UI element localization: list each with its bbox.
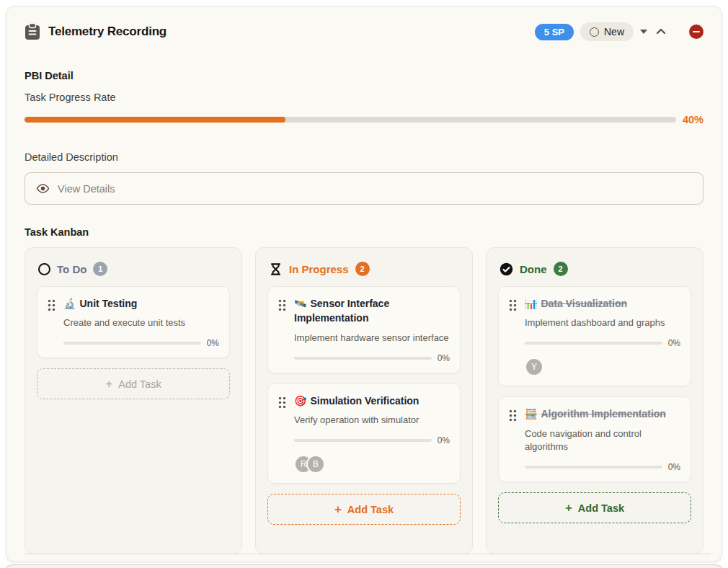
- next-pbi-card-edge: [4, 564, 724, 568]
- task-title: 🧮Algorithm Implementation: [525, 407, 680, 421]
- kanban-column-done: Done 2 📊Data Visualization Implement das…: [486, 247, 703, 554]
- task-progress-value: 0%: [668, 338, 680, 348]
- add-task-button-done[interactable]: + Add Task: [498, 492, 691, 523]
- task-progress-bar: [294, 357, 432, 360]
- view-details-label: View Details: [58, 183, 115, 195]
- task-card-simulation-verification[interactable]: 🎯Simulation Verification Verify operatio…: [267, 383, 461, 484]
- task-emoji: 🔬: [63, 298, 76, 309]
- add-task-button-todo[interactable]: + Add Task: [37, 368, 230, 399]
- task-title: 📊Data Visualization: [525, 296, 680, 311]
- task-progress-bar: [294, 439, 432, 442]
- kanban-column-todo: To Do 1 🔬Unit Testing Create and execute…: [25, 247, 242, 554]
- assignee-avatars: Y: [525, 358, 680, 376]
- pbi-header: Telemetry Recording 5 SP New: [25, 22, 703, 41]
- task-card-sensor-interface[interactable]: 🛰️Sensor Interface Implementation Implem…: [267, 286, 461, 373]
- task-progress-bar: [63, 342, 201, 345]
- kanban-section: Task Kanban To Do 1 🔬Unit Testing: [25, 226, 703, 554]
- add-task-label: Add Task: [347, 504, 394, 515]
- add-task-label: Add Task: [118, 378, 161, 390]
- circle-outline-icon: [38, 263, 50, 275]
- task-card-algorithm-implementation[interactable]: 🧮Algorithm Implementation Code navigatio…: [498, 396, 691, 482]
- footer-divider: [24, 554, 711, 555]
- task-progress-bar: [525, 466, 662, 469]
- task-title: 🎯Simulation Verification: [294, 394, 450, 408]
- task-card-unit-testing[interactable]: 🔬Unit Testing Create and execute unit te…: [37, 286, 230, 358]
- task-progress-value: 0%: [207, 338, 219, 348]
- column-label-todo: To Do: [57, 263, 86, 275]
- column-count-badge: 2: [554, 262, 568, 276]
- task-title: 🛰️Sensor Interface Implementation: [294, 296, 450, 326]
- column-count-badge: 2: [355, 262, 370, 276]
- task-description: Implement dashboard and graphs: [525, 316, 680, 329]
- drag-handle-icon[interactable]: [509, 409, 517, 422]
- kanban-column-in-progress: In Progress 2 🛰️Sensor Interface Impleme…: [255, 247, 473, 554]
- caret-down-icon[interactable]: [640, 30, 647, 34]
- pbi-progress-value: 40%: [683, 114, 703, 125]
- eye-icon: [36, 182, 50, 195]
- pbi-card: Telemetry Recording 5 SP New PBI Detail …: [6, 6, 722, 562]
- task-kanban-title: Task Kanban: [25, 226, 703, 238]
- column-label-done: Done: [520, 263, 547, 275]
- description-section: Detailed Description View Details: [25, 151, 703, 205]
- view-details-button[interactable]: View Details: [25, 172, 703, 205]
- drag-handle-icon[interactable]: [48, 299, 56, 311]
- add-task-button-in-progress[interactable]: + Add Task: [267, 494, 461, 525]
- pbi-detail-section: PBI Detail Task Progress Rate 40%: [25, 70, 703, 125]
- remove-pbi-button[interactable]: [689, 25, 703, 39]
- pbi-progress-fill: [25, 117, 285, 123]
- header-actions: 5 SP New: [535, 22, 703, 41]
- assignee-avatars: R B: [294, 455, 450, 474]
- task-progress-value: 0%: [438, 353, 450, 363]
- task-emoji: 🧮: [525, 408, 537, 420]
- hourglass-icon: [269, 262, 283, 276]
- task-card-data-visualization[interactable]: 📊Data Visualization Implement dashboard …: [498, 286, 691, 386]
- status-circle-icon: [590, 27, 599, 37]
- task-description: Verify operation with simulator: [294, 414, 450, 427]
- task-description: Create and execute unit tests: [63, 316, 219, 329]
- task-title: 🔬Unit Testing: [63, 296, 219, 311]
- task-progress-bar: [525, 342, 662, 345]
- pbi-detail-title: PBI Detail: [25, 70, 703, 81]
- task-progress-value: 0%: [438, 435, 450, 445]
- avatar: Y: [525, 358, 543, 376]
- task-progress-rate-label: Task Progress Rate: [25, 92, 703, 103]
- task-progress-value: 0%: [668, 462, 680, 472]
- column-label-in-progress: In Progress: [289, 263, 349, 275]
- clipboard-icon: [25, 23, 40, 40]
- status-select[interactable]: New: [580, 22, 634, 41]
- chevron-up-icon[interactable]: [655, 26, 667, 37]
- drag-handle-icon[interactable]: [278, 396, 286, 409]
- avatar: B: [306, 455, 325, 474]
- task-emoji: 🎯: [294, 395, 306, 407]
- plus-icon: +: [565, 502, 572, 514]
- task-emoji: 📊: [525, 298, 537, 309]
- column-count-badge: 1: [93, 262, 107, 276]
- detailed-description-label: Detailed Description: [25, 151, 703, 163]
- check-circle-icon: [500, 262, 513, 276]
- add-task-label: Add Task: [578, 502, 624, 514]
- drag-handle-icon[interactable]: [509, 299, 517, 311]
- task-description: Implement hardware sensor interface: [294, 332, 450, 345]
- task-emoji: 🛰️: [294, 298, 306, 309]
- page-title: Telemetry Recording: [48, 25, 167, 39]
- task-description: Code navigation and control algorithms: [525, 427, 680, 453]
- plus-icon: +: [105, 378, 112, 390]
- story-points-badge: 5 SP: [535, 24, 574, 40]
- pbi-progress-bar: [25, 117, 676, 123]
- status-badge: New: [604, 26, 624, 37]
- drag-handle-icon[interactable]: [278, 299, 286, 311]
- plus-icon: +: [334, 503, 342, 515]
